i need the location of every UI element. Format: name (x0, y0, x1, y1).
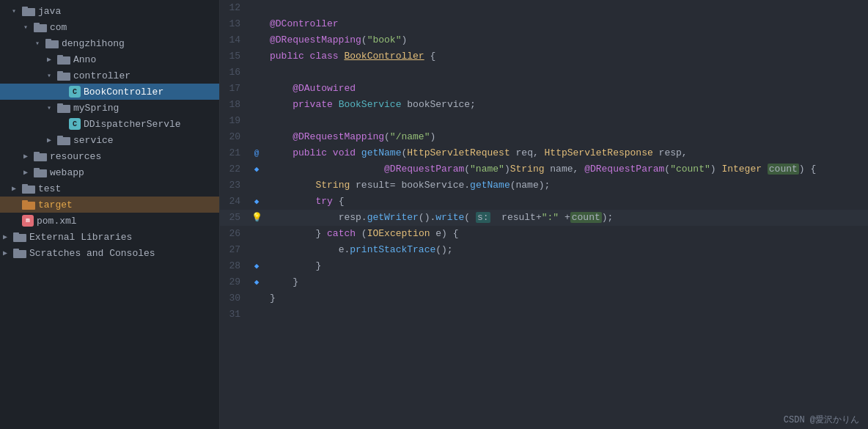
line-number: 25 (220, 210, 249, 226)
line-number: 12 (220, 0, 249, 16)
line-gutter (249, 177, 264, 194)
line-content (264, 307, 868, 323)
line-gutter (249, 0, 264, 16)
table-row: 26 } catch (IOException e) { (220, 226, 868, 242)
svg-rect-17 (34, 168, 40, 170)
sidebar-item-target[interactable]: target (0, 197, 219, 213)
table-row: 31 (220, 307, 868, 323)
line-number: 26 (220, 226, 249, 242)
svg-rect-22 (13, 234, 26, 242)
line-gutter (249, 48, 264, 65)
table-row: 12 (220, 0, 868, 16)
line-content: } (264, 290, 868, 307)
folder-icon (22, 6, 35, 16)
folder-icon (45, 38, 59, 48)
code-editor[interactable]: 12 13 @DController 14 @DRequestMapping("… (220, 0, 868, 429)
sidebar-item-label: com (50, 22, 67, 33)
line-content: public class BookController { (264, 48, 868, 65)
svg-rect-11 (57, 103, 63, 106)
line-number: 17 (220, 81, 249, 97)
line-number: 15 (220, 48, 249, 65)
sidebar-item-test[interactable]: ▶ test (0, 180, 219, 197)
table-row: 22 ◆ @DRequestParam("name")String name, … (220, 161, 868, 177)
folder-icon (57, 54, 70, 65)
table-row: 18 private BookService bookService; (220, 97, 868, 113)
sidebar-item-scratches[interactable]: ▶ Scratches and Consoles (0, 245, 219, 261)
line-gutter (249, 65, 264, 81)
svg-rect-5 (45, 39, 51, 41)
line-content: e.printStackTrace(); (264, 242, 868, 258)
line-content: private BookService bookService; (264, 97, 868, 113)
line-gutter (249, 32, 264, 48)
table-row: 24 ◆ try { (220, 194, 868, 210)
sidebar-item-com[interactable]: ▾ com (0, 19, 219, 35)
sidebar-item-webapp[interactable]: ▶ webapp (0, 164, 219, 180)
sidebar-item-ddispatcher[interactable]: C DDispatcherServle (0, 116, 219, 132)
svg-rect-19 (22, 184, 28, 186)
svg-rect-10 (57, 105, 70, 113)
arrow-icon: ▶ (23, 168, 34, 177)
sidebar-item-extlibs[interactable]: ▶ External Libraries (0, 229, 219, 245)
line-gutter (249, 307, 264, 323)
line-content (264, 0, 868, 16)
sidebar-item-service[interactable]: ▶ service (0, 132, 219, 148)
sidebar-item-resources[interactable]: ▶ resources (0, 148, 219, 164)
svg-rect-2 (34, 24, 47, 32)
table-row: 21 @ public void getName(HttpServletRequ… (220, 145, 868, 161)
line-content: public void getName(HttpServletRequest r… (264, 145, 868, 161)
line-number: 21 (220, 145, 249, 161)
arrow-icon: ▾ (23, 23, 34, 32)
line-gutter (249, 290, 264, 307)
table-row: 15 public class BookController { (220, 48, 868, 65)
line-number: 23 (220, 177, 249, 194)
arrow-icon: ▾ (35, 39, 45, 48)
folder-icon (13, 248, 26, 258)
table-row: 16 (220, 65, 868, 81)
sidebar-item-pomxml[interactable]: m pom.xml (0, 213, 219, 229)
folder-icon (57, 70, 70, 81)
line-content: @DRequestParam("name")String name, @DReq… (264, 161, 868, 177)
arrow-icon: ▾ (12, 7, 22, 15)
line-number: 20 (220, 129, 249, 145)
sidebar-item-bookcontroller[interactable]: C BookController (0, 84, 219, 100)
svg-rect-12 (57, 137, 70, 145)
svg-rect-23 (13, 232, 19, 235)
line-number: 24 (220, 194, 249, 210)
line-gutter: ◆ (249, 161, 264, 177)
sidebar-item-dengzhihong[interactable]: ▾ dengzhihong (0, 35, 219, 51)
line-content (264, 65, 868, 81)
table-row: 28 ◆ } (220, 258, 868, 274)
sidebar-item-label: java (38, 6, 61, 17)
line-gutter (249, 97, 264, 113)
line-number: 14 (220, 32, 249, 48)
sidebar-item-label: External Libraries (29, 232, 132, 243)
file-c-icon: C (69, 118, 81, 130)
svg-rect-7 (57, 55, 63, 57)
table-row: 17 @DAutowired (220, 81, 868, 97)
sidebar-item-label: controller (73, 70, 130, 81)
folder-icon (13, 232, 26, 242)
folder-icon (34, 22, 47, 32)
sidebar-item-label: Scratches and Consoles (29, 248, 155, 259)
table-row: 25 💡 resp.getWriter().write( s: result+"… (220, 210, 868, 226)
line-gutter (249, 242, 264, 258)
line-number: 27 (220, 242, 249, 258)
sidebar-item-java[interactable]: ▾ java (0, 3, 219, 19)
sidebar-item-myspring[interactable]: ▾ mySpring (0, 100, 219, 116)
watermark: CSDN @愛沢かりん (775, 411, 868, 429)
sidebar-item-label: pom.xml (37, 216, 77, 227)
sidebar-item-label: target (38, 199, 73, 210)
line-gutter (249, 226, 264, 242)
line-number: 29 (220, 274, 249, 290)
file-tree[interactable]: ▾ java ▾ com ▾ dengzhihong ▶ Anno ▾ con (0, 0, 220, 429)
line-gutter: ◆ (249, 194, 264, 210)
line-gutter: 💡 (249, 210, 264, 226)
sidebar-item-label: Anno (73, 54, 96, 65)
table-row: 27 e.printStackTrace(); (220, 242, 868, 258)
sidebar-item-controller[interactable]: ▾ controller (0, 67, 219, 84)
svg-rect-13 (57, 136, 63, 138)
arrow-icon: ▶ (3, 249, 13, 257)
line-content: } (264, 258, 868, 274)
line-content: } catch (IOException e) { (264, 226, 868, 242)
sidebar-item-anno[interactable]: ▶ Anno (0, 51, 219, 67)
